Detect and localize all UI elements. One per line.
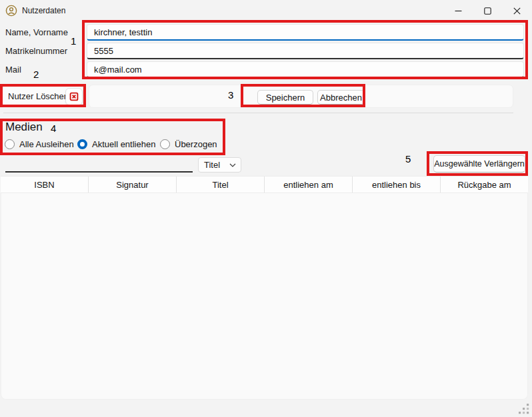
name-input[interactable] bbox=[87, 24, 524, 41]
maximize-button[interactable] bbox=[473, 0, 502, 21]
mail-field-label: Mail bbox=[5, 65, 21, 75]
window-title: Nutzerdaten bbox=[22, 6, 65, 15]
chevron-down-icon bbox=[229, 163, 236, 167]
column-header-entliehen-bis[interactable]: entliehen bis bbox=[353, 177, 441, 193]
annotation-number-3: 3 bbox=[228, 89, 233, 101]
radio-ueberzogen[interactable]: Überzogen bbox=[160, 139, 217, 149]
matrikelnummer-input[interactable] bbox=[87, 43, 524, 59]
column-header-signatur[interactable]: Signatur bbox=[89, 177, 177, 193]
annotation-number-1: 1 bbox=[71, 35, 76, 47]
titlebar: Nutzerdaten bbox=[0, 0, 532, 21]
close-button[interactable] bbox=[502, 0, 531, 21]
medien-heading: Medien bbox=[5, 121, 43, 134]
delete-user-button[interactable] bbox=[65, 88, 83, 105]
filter-dropdown-value: Titel bbox=[204, 160, 229, 170]
minimize-button[interactable] bbox=[443, 0, 473, 21]
save-cancel-panel: Speichern Abbrechen bbox=[89, 85, 513, 108]
cancel-button[interactable]: Abbrechen bbox=[317, 90, 365, 105]
radio-alle-ausleihen[interactable]: Alle Ausleihen bbox=[5, 139, 74, 149]
mail-input[interactable] bbox=[87, 61, 524, 78]
filter-dropdown[interactable]: Titel bbox=[198, 157, 241, 173]
radio-circle-icon bbox=[5, 139, 15, 149]
nutzerdaten-window: Nutzerdaten Name, Vorname Matrikelnummer… bbox=[0, 0, 532, 417]
annotation-number-4: 4 bbox=[51, 123, 56, 134]
delete-user-card: Nutzer Löschen bbox=[2, 85, 83, 107]
column-header-isbn[interactable]: ISBN bbox=[1, 177, 89, 193]
user-app-icon bbox=[5, 5, 17, 17]
media-table-body-empty bbox=[1, 193, 528, 400]
maximize-icon bbox=[484, 7, 491, 15]
radio-circle-selected-icon bbox=[77, 139, 87, 149]
minimize-icon bbox=[455, 7, 462, 15]
delete-user-label: Nutzer Löschen bbox=[8, 91, 69, 101]
radio-aktuell-entliehen[interactable]: Aktuell entliehen bbox=[77, 139, 155, 149]
close-icon bbox=[513, 7, 521, 15]
horizontal-divider bbox=[3, 113, 513, 113]
trash-delete-icon bbox=[69, 92, 79, 101]
save-button[interactable]: Speichern bbox=[257, 90, 313, 105]
name-field-label: Name, Vorname bbox=[5, 27, 68, 37]
annotation-number-2: 2 bbox=[33, 69, 39, 80]
radio-circle-icon bbox=[160, 139, 170, 149]
column-header-titel[interactable]: Titel bbox=[177, 177, 265, 193]
media-search-input[interactable] bbox=[5, 158, 193, 173]
matrikelnummer-field-label: Matrikelnummer bbox=[5, 46, 67, 56]
resize-grip[interactable] bbox=[518, 403, 530, 415]
column-header-rueckgabe-am[interactable]: Rückgabe am bbox=[441, 177, 528, 193]
media-table-header: ISBN Signatur Titel entliehen am entlieh… bbox=[1, 176, 528, 193]
column-header-entliehen-am[interactable]: entliehen am bbox=[265, 177, 353, 193]
annotation-number-5: 5 bbox=[405, 153, 411, 165]
extend-selected-button[interactable]: Ausgewählte Verlängern bbox=[433, 155, 525, 173]
